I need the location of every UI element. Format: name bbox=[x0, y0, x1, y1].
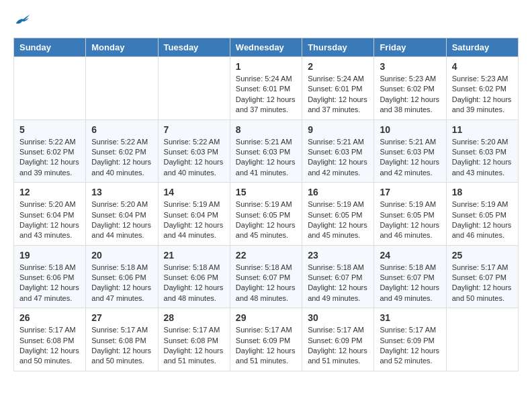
day-info: Sunrise: 5:17 AM Sunset: 6:09 PM Dayligh… bbox=[380, 325, 440, 367]
calendar-cell: 5Sunrise: 5:22 AM Sunset: 6:02 PM Daylig… bbox=[14, 120, 86, 183]
day-number: 5 bbox=[19, 124, 80, 135]
day-info: Sunrise: 5:21 AM Sunset: 6:03 PM Dayligh… bbox=[308, 137, 368, 179]
calendar-week-row: 26Sunrise: 5:17 AM Sunset: 6:08 PM Dayli… bbox=[14, 308, 519, 371]
calendar-week-row: 19Sunrise: 5:18 AM Sunset: 6:06 PM Dayli… bbox=[14, 245, 519, 308]
day-info: Sunrise: 5:18 AM Sunset: 6:07 PM Dayligh… bbox=[308, 263, 368, 304]
day-number: 31 bbox=[380, 312, 440, 323]
calendar-cell: 22Sunrise: 5:18 AM Sunset: 6:07 PM Dayli… bbox=[230, 245, 302, 308]
calendar-cell: 1Sunrise: 5:24 AM Sunset: 6:01 PM Daylig… bbox=[230, 57, 302, 120]
day-info: Sunrise: 5:19 AM Sunset: 6:04 PM Dayligh… bbox=[164, 199, 224, 241]
calendar-cell: 6Sunrise: 5:22 AM Sunset: 6:02 PM Daylig… bbox=[86, 120, 158, 183]
day-number: 22 bbox=[236, 250, 296, 261]
day-number: 18 bbox=[452, 187, 513, 197]
calendar-cell: 16Sunrise: 5:19 AM Sunset: 6:05 PM Dayli… bbox=[302, 183, 374, 246]
calendar-week-row: 5Sunrise: 5:22 AM Sunset: 6:02 PM Daylig… bbox=[14, 120, 519, 183]
day-info: Sunrise: 5:23 AM Sunset: 6:02 PM Dayligh… bbox=[452, 74, 513, 116]
day-info: Sunrise: 5:17 AM Sunset: 6:08 PM Dayligh… bbox=[164, 325, 224, 367]
day-info: Sunrise: 5:17 AM Sunset: 6:09 PM Dayligh… bbox=[308, 325, 368, 367]
day-number: 21 bbox=[164, 250, 224, 261]
calendar-cell: 21Sunrise: 5:18 AM Sunset: 6:06 PM Dayli… bbox=[158, 245, 230, 308]
calendar-cell: 9Sunrise: 5:21 AM Sunset: 6:03 PM Daylig… bbox=[302, 120, 374, 183]
calendar-cell: 26Sunrise: 5:17 AM Sunset: 6:08 PM Dayli… bbox=[14, 308, 86, 371]
day-number: 8 bbox=[236, 124, 296, 135]
calendar-cell: 15Sunrise: 5:19 AM Sunset: 6:05 PM Dayli… bbox=[230, 183, 302, 246]
day-number: 19 bbox=[19, 250, 80, 261]
day-info: Sunrise: 5:20 AM Sunset: 6:04 PM Dayligh… bbox=[91, 199, 152, 241]
day-info: Sunrise: 5:19 AM Sunset: 6:05 PM Dayligh… bbox=[236, 199, 296, 241]
day-number: 28 bbox=[164, 312, 224, 323]
day-info: Sunrise: 5:22 AM Sunset: 6:02 PM Dayligh… bbox=[91, 137, 152, 179]
day-info: Sunrise: 5:19 AM Sunset: 6:05 PM Dayligh… bbox=[380, 199, 440, 241]
day-number: 14 bbox=[164, 187, 224, 197]
day-number: 17 bbox=[380, 187, 440, 197]
calendar-cell: 30Sunrise: 5:17 AM Sunset: 6:09 PM Dayli… bbox=[302, 308, 374, 371]
logo bbox=[13, 13, 31, 27]
calendar-cell bbox=[14, 57, 86, 120]
calendar-header-row: SundayMondayTuesdayWednesdayThursdayFrid… bbox=[14, 38, 519, 57]
calendar-cell: 13Sunrise: 5:20 AM Sunset: 6:04 PM Dayli… bbox=[86, 183, 158, 246]
calendar-header-friday: Friday bbox=[374, 38, 446, 57]
calendar-cell: 10Sunrise: 5:21 AM Sunset: 6:03 PM Dayli… bbox=[374, 120, 446, 183]
day-number: 11 bbox=[452, 124, 513, 135]
calendar-cell: 18Sunrise: 5:19 AM Sunset: 6:05 PM Dayli… bbox=[446, 183, 518, 246]
calendar-week-row: 1Sunrise: 5:24 AM Sunset: 6:01 PM Daylig… bbox=[14, 57, 519, 120]
day-number: 6 bbox=[91, 124, 152, 135]
calendar-cell: 31Sunrise: 5:17 AM Sunset: 6:09 PM Dayli… bbox=[374, 308, 446, 371]
day-info: Sunrise: 5:18 AM Sunset: 6:07 PM Dayligh… bbox=[236, 263, 296, 304]
day-number: 10 bbox=[380, 124, 440, 135]
day-info: Sunrise: 5:24 AM Sunset: 6:01 PM Dayligh… bbox=[308, 74, 368, 116]
calendar-header-tuesday: Tuesday bbox=[158, 38, 230, 57]
day-info: Sunrise: 5:20 AM Sunset: 6:04 PM Dayligh… bbox=[19, 199, 80, 241]
day-number: 23 bbox=[308, 250, 368, 261]
calendar-header-thursday: Thursday bbox=[302, 38, 374, 57]
day-info: Sunrise: 5:19 AM Sunset: 6:05 PM Dayligh… bbox=[452, 199, 513, 241]
day-number: 30 bbox=[308, 312, 368, 323]
day-info: Sunrise: 5:19 AM Sunset: 6:05 PM Dayligh… bbox=[308, 199, 368, 241]
day-number: 27 bbox=[91, 312, 152, 323]
day-number: 25 bbox=[452, 250, 513, 261]
calendar-cell: 17Sunrise: 5:19 AM Sunset: 6:05 PM Dayli… bbox=[374, 183, 446, 246]
day-info: Sunrise: 5:21 AM Sunset: 6:03 PM Dayligh… bbox=[380, 137, 440, 179]
calendar-cell: 28Sunrise: 5:17 AM Sunset: 6:08 PM Dayli… bbox=[158, 308, 230, 371]
calendar-header-sunday: Sunday bbox=[14, 38, 86, 57]
calendar-cell: 11Sunrise: 5:20 AM Sunset: 6:03 PM Dayli… bbox=[446, 120, 518, 183]
calendar-header-monday: Monday bbox=[86, 38, 158, 57]
day-number: 20 bbox=[91, 250, 152, 261]
calendar-cell: 29Sunrise: 5:17 AM Sunset: 6:09 PM Dayli… bbox=[230, 308, 302, 371]
calendar-cell: 27Sunrise: 5:17 AM Sunset: 6:08 PM Dayli… bbox=[86, 308, 158, 371]
calendar-cell: 12Sunrise: 5:20 AM Sunset: 6:04 PM Dayli… bbox=[14, 183, 86, 246]
calendar-cell bbox=[446, 308, 518, 371]
calendar-cell bbox=[86, 57, 158, 120]
logo-bird-icon bbox=[15, 13, 31, 27]
day-number: 3 bbox=[380, 61, 440, 72]
day-number: 9 bbox=[308, 124, 368, 135]
day-info: Sunrise: 5:18 AM Sunset: 6:06 PM Dayligh… bbox=[19, 263, 80, 304]
day-info: Sunrise: 5:17 AM Sunset: 6:08 PM Dayligh… bbox=[91, 325, 152, 367]
day-number: 24 bbox=[380, 250, 440, 261]
day-number: 1 bbox=[236, 61, 296, 72]
calendar-week-row: 12Sunrise: 5:20 AM Sunset: 6:04 PM Dayli… bbox=[14, 183, 519, 246]
day-info: Sunrise: 5:18 AM Sunset: 6:07 PM Dayligh… bbox=[380, 263, 440, 304]
day-number: 4 bbox=[452, 61, 513, 72]
day-number: 12 bbox=[19, 187, 80, 197]
day-number: 7 bbox=[164, 124, 224, 135]
page-header bbox=[13, 13, 519, 27]
calendar-cell bbox=[158, 57, 230, 120]
day-number: 29 bbox=[236, 312, 296, 323]
day-info: Sunrise: 5:24 AM Sunset: 6:01 PM Dayligh… bbox=[236, 74, 296, 116]
day-info: Sunrise: 5:17 AM Sunset: 6:07 PM Dayligh… bbox=[452, 263, 513, 304]
calendar-cell: 19Sunrise: 5:18 AM Sunset: 6:06 PM Dayli… bbox=[14, 245, 86, 308]
calendar-cell: 24Sunrise: 5:18 AM Sunset: 6:07 PM Dayli… bbox=[374, 245, 446, 308]
day-info: Sunrise: 5:21 AM Sunset: 6:03 PM Dayligh… bbox=[236, 137, 296, 179]
day-info: Sunrise: 5:17 AM Sunset: 6:08 PM Dayligh… bbox=[19, 325, 80, 367]
calendar-cell: 4Sunrise: 5:23 AM Sunset: 6:02 PM Daylig… bbox=[446, 57, 518, 120]
day-info: Sunrise: 5:23 AM Sunset: 6:02 PM Dayligh… bbox=[380, 74, 440, 116]
calendar-cell: 14Sunrise: 5:19 AM Sunset: 6:04 PM Dayli… bbox=[158, 183, 230, 246]
calendar-cell: 20Sunrise: 5:18 AM Sunset: 6:06 PM Dayli… bbox=[86, 245, 158, 308]
calendar-header-saturday: Saturday bbox=[446, 38, 518, 57]
day-info: Sunrise: 5:18 AM Sunset: 6:06 PM Dayligh… bbox=[91, 263, 152, 304]
calendar-header-wednesday: Wednesday bbox=[230, 38, 302, 57]
day-info: Sunrise: 5:18 AM Sunset: 6:06 PM Dayligh… bbox=[164, 263, 224, 304]
day-info: Sunrise: 5:20 AM Sunset: 6:03 PM Dayligh… bbox=[452, 137, 513, 179]
day-number: 15 bbox=[236, 187, 296, 197]
